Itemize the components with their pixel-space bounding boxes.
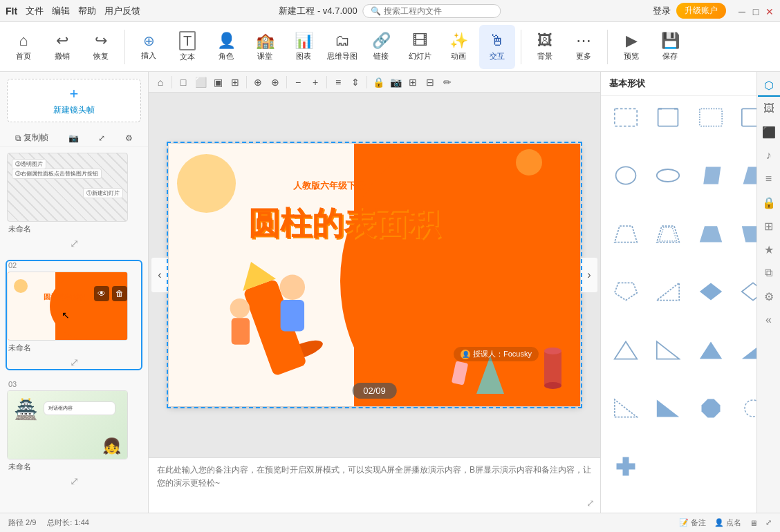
tab-settings[interactable]: ⚙ xyxy=(758,286,780,308)
ct-rect1[interactable]: □ xyxy=(176,75,191,90)
status-expand-button[interactable]: ⤢ xyxy=(765,518,772,527)
minimize-button[interactable]: ─ xyxy=(737,6,747,16)
toolbar-more[interactable]: ⋯ 更多 xyxy=(566,25,602,69)
ct-grid1[interactable]: ⊞ xyxy=(405,75,420,90)
menu-edit[interactable]: 编辑 xyxy=(52,5,70,17)
menu-help[interactable]: 帮助 xyxy=(78,5,96,17)
ct-rect3[interactable]: ▣ xyxy=(210,75,225,90)
shape-circle[interactable] xyxy=(608,161,644,190)
canvas-nav-left[interactable]: ‹ xyxy=(151,258,168,292)
status-note-button[interactable]: 📝 备注 xyxy=(679,517,706,528)
shape-bracket[interactable] xyxy=(650,103,686,132)
shape-rect-dashed2[interactable] xyxy=(693,103,729,132)
toolbar-save[interactable]: 💾 保存 xyxy=(652,25,688,69)
toolbar-text[interactable]: T 文本 xyxy=(169,25,205,69)
toolbar-link[interactable]: 🔗 链接 xyxy=(363,25,399,69)
tab-text-style[interactable]: ≡ xyxy=(758,169,780,191)
shape-rect-dashed[interactable] xyxy=(608,103,644,132)
resize-icon-3[interactable]: ⤢ xyxy=(70,475,79,488)
tab-star[interactable]: ★ xyxy=(758,239,780,261)
toolbar-preview[interactable]: ▶ 预览 xyxy=(613,25,649,69)
ct-align[interactable]: ≡ xyxy=(331,75,346,90)
svg-marker-26 xyxy=(615,283,637,301)
tab-collapse[interactable]: « xyxy=(758,310,780,332)
tab-music[interactable]: ♪ xyxy=(758,145,780,167)
toolbar-bg[interactable]: 🖼 背景 xyxy=(527,25,563,69)
copy-frame-button[interactable]: ⧉ 复制帧 xyxy=(15,132,48,144)
resize-icon-1[interactable]: ⤢ xyxy=(70,237,79,250)
login-button[interactable]: 登录 xyxy=(653,5,671,17)
toolbar-separator-1 xyxy=(124,30,125,64)
ct-grid2[interactable]: ⊟ xyxy=(423,75,438,90)
settings-button[interactable]: ⚙ xyxy=(125,133,133,143)
ct-rect4[interactable]: ⊞ xyxy=(228,75,243,90)
tab-image[interactable]: 🖼 xyxy=(758,98,780,120)
toolbar-role[interactable]: 👤 角色 xyxy=(208,25,244,69)
shape-trapezoid2[interactable] xyxy=(650,219,686,248)
menu-feedback[interactable]: 用户反馈 xyxy=(104,5,140,17)
slide-item-2[interactable]: 02 圆柱的表面积 👁 🗑 ↖ 未命名 ⤢ xyxy=(7,261,141,369)
maximize-button[interactable]: □ xyxy=(751,6,761,16)
toolbar-mindmap[interactable]: 🗂 思维导图 xyxy=(324,25,360,69)
ct-camera[interactable]: 📷 xyxy=(388,75,403,90)
fullscreen-button[interactable]: ⤢ xyxy=(98,133,105,143)
canvas-nav-right[interactable]: › xyxy=(581,258,597,292)
toolbar-slide[interactable]: 🎞 幻灯片 xyxy=(402,25,438,69)
toolbar-animate[interactable]: ✨ 动画 xyxy=(440,25,476,69)
status-screen-button[interactable]: 🖥 xyxy=(750,519,757,527)
toolbar-chart[interactable]: 📊 图表 xyxy=(286,25,322,69)
shape-pentagon-dashed[interactable] xyxy=(608,277,644,306)
toolbar-redo[interactable]: ↪ 恢复 xyxy=(83,25,119,69)
toolbar-insert[interactable]: ⊕ 插入 xyxy=(131,25,167,69)
toolbar-home[interactable]: ⌂ 首页 xyxy=(6,25,41,69)
shape-parallelogram[interactable] xyxy=(693,161,729,190)
shape-octagon[interactable] xyxy=(693,394,729,423)
shape-diamond[interactable] xyxy=(693,277,729,306)
tab-shapes[interactable]: ⬡ xyxy=(758,75,780,97)
slide-item-1[interactable]: ③透明图片 ③右侧属性面板点击替换图片按钮 ①新建幻灯片 未命名 ⤢ xyxy=(7,153,141,250)
toolbar-interact[interactable]: 🖱 交互 xyxy=(479,25,515,69)
slide-eye-button[interactable]: 👁 xyxy=(94,286,109,301)
resize-icon-2[interactable]: ⤢ xyxy=(70,356,79,369)
shape-triangle-solid[interactable] xyxy=(693,336,729,365)
ct-zoom-in[interactable]: + xyxy=(308,75,323,90)
ct-lock[interactable]: 🔒 xyxy=(371,75,386,90)
slide-canvas[interactable]: 人教版六年级下册 圆柱的表面积 👤 授课人：Focusky xyxy=(169,144,580,406)
title-right: 登录 升级账户 ─ □ ✕ xyxy=(653,3,774,19)
search-box[interactable]: 🔍 xyxy=(363,4,501,18)
ct-add1[interactable]: ⊕ xyxy=(250,75,266,90)
shape-triangle-right-dashed[interactable] xyxy=(650,277,686,306)
tab-mask[interactable]: ⬛ xyxy=(758,122,780,144)
expand-icon[interactable]: ⤢ xyxy=(586,497,595,509)
tab-group[interactable]: ⊞ xyxy=(758,216,780,238)
tab-lock[interactable]: 🔒 xyxy=(758,192,780,214)
ct-home[interactable]: ⌂ xyxy=(153,75,168,90)
ct-rect2[interactable]: ⬜ xyxy=(193,75,208,90)
shape-ellipse[interactable] xyxy=(650,161,686,190)
notes-textarea[interactable] xyxy=(157,464,592,505)
slide-item-3[interactable]: 03 🏯 👧 对话框内容 未命名 ⤢ xyxy=(7,380,141,488)
shape-trapezoid[interactable] xyxy=(608,219,644,248)
shape-triangle-right2[interactable] xyxy=(650,336,686,365)
shape-circle-svg xyxy=(613,165,638,186)
menu-file[interactable]: 文件 xyxy=(26,5,44,17)
toolbar-class[interactable]: 🏫 课堂 xyxy=(247,25,283,69)
shape-triangle-eq[interactable] xyxy=(608,336,644,365)
search-input[interactable] xyxy=(384,6,494,16)
status-point-button[interactable]: 👤 点名 xyxy=(714,517,741,528)
upgrade-button[interactable]: 升级账户 xyxy=(676,3,726,19)
shape-triangle3-solid[interactable] xyxy=(650,394,686,423)
camera-button[interactable]: 📷 xyxy=(68,133,79,143)
ct-edit[interactable]: ✏ xyxy=(440,75,455,90)
toolbar-undo[interactable]: ↩ 撤销 xyxy=(44,25,80,69)
shape-trapezoid-solid[interactable] xyxy=(693,219,729,248)
ct-add2[interactable]: ⊕ xyxy=(268,75,283,90)
ct-zoom-out[interactable]: − xyxy=(290,75,306,90)
close-button[interactable]: ✕ xyxy=(765,6,774,16)
slide-delete-button[interactable]: 🗑 xyxy=(112,286,127,301)
tab-layers[interactable]: ⧉ xyxy=(758,263,780,285)
new-frame-button[interactable]: + 新建镜头帧 xyxy=(7,79,141,122)
shape-plus[interactable] xyxy=(608,452,644,481)
ct-resize[interactable]: ⇕ xyxy=(348,75,363,90)
shape-triangle3[interactable] xyxy=(608,394,644,423)
